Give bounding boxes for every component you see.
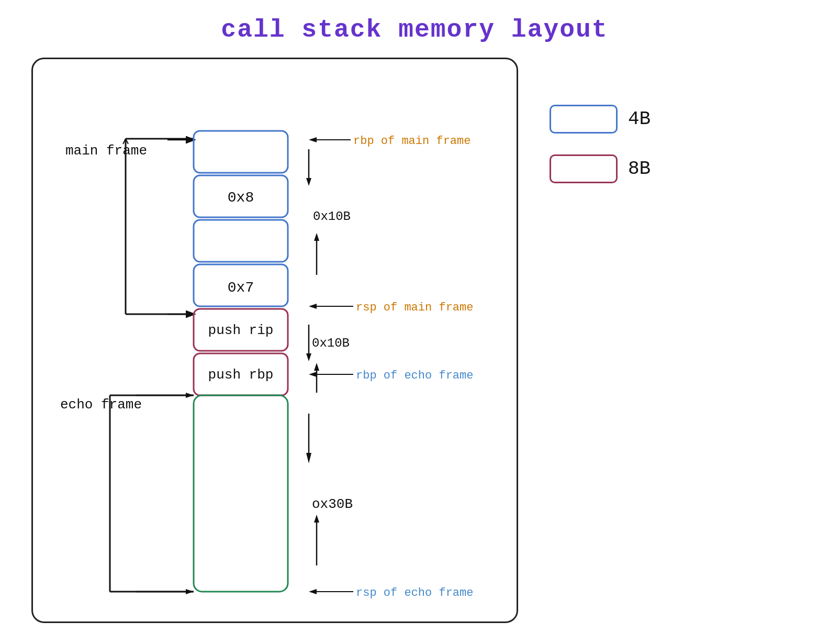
svg-text:rbp of main frame: rbp of main frame (353, 135, 470, 148)
legend-4b: 4B (550, 105, 651, 134)
svg-marker-33 (306, 453, 311, 463)
svg-text:rbp of echo frame: rbp of echo frame (356, 369, 473, 382)
svg-text:0x8: 0x8 (228, 190, 254, 206)
svg-marker-38 (309, 589, 317, 594)
svg-rect-0 (194, 131, 288, 173)
svg-text:ox30B: ox30B (312, 496, 353, 512)
svg-marker-10 (314, 233, 319, 241)
legend-box-4b (550, 105, 618, 134)
legend-4b-label: 4B (628, 108, 651, 130)
legend-8b-label: 8B (628, 158, 651, 180)
svg-marker-25 (314, 363, 319, 371)
svg-rect-31 (194, 395, 288, 592)
legend: 4B 8B (550, 105, 651, 204)
svg-marker-7 (306, 178, 311, 186)
svg-marker-27 (309, 372, 317, 377)
page-title: call stack memory layout (0, 0, 829, 44)
svg-text:rsp of echo frame: rsp of echo frame (356, 586, 473, 599)
svg-text:push rip: push rip (208, 323, 274, 338)
diagram-svg: 0x8 0x7 0x10B rbp of main frame rsp of m… (31, 58, 518, 623)
legend-8b: 8B (550, 154, 651, 183)
svg-marker-12 (309, 137, 317, 142)
svg-text:0x7: 0x7 (228, 280, 254, 296)
svg-marker-15 (309, 304, 317, 309)
svg-text:echo frame: echo frame (60, 397, 142, 413)
legend-box-8b (550, 154, 618, 183)
svg-text:0x10B: 0x10B (313, 209, 351, 224)
svg-text:rsp of main frame: rsp of main frame (356, 301, 473, 314)
svg-text:0x10B: 0x10B (312, 336, 350, 350)
svg-marker-22 (306, 353, 311, 361)
svg-marker-29 (186, 393, 194, 398)
svg-marker-36 (314, 515, 319, 523)
svg-marker-30 (186, 589, 194, 594)
svg-rect-3 (194, 220, 288, 262)
svg-text:push rbp: push rbp (208, 367, 274, 383)
svg-text:main frame: main frame (65, 143, 147, 159)
